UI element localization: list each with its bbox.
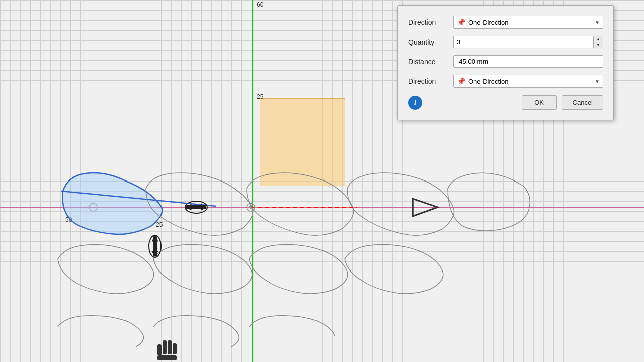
vertical-axis-line [252, 0, 253, 362]
scale-left2-label: 25 [156, 221, 163, 228]
quantity-input[interactable]: 3 [454, 36, 593, 48]
distance-input[interactable]: -45.00 mm [453, 55, 603, 68]
quantity-spin-buttons: ▲ ▼ [593, 36, 603, 48]
scale-mid-label: 25 [257, 93, 263, 100]
direction1-control: 📌 One Direction ▼ [453, 16, 603, 29]
horizontal-axis-line [0, 207, 644, 208]
quantity-control: 3 ▲ ▼ [453, 36, 603, 48]
quantity-label: Quantity [408, 38, 453, 46]
quantity-row: Quantity 3 ▲ ▼ [408, 36, 603, 48]
scale-left-label: 50 [65, 216, 72, 223]
distance-label: Distance [408, 58, 453, 66]
direction2-control: 📌 One Direction ▼ [453, 75, 603, 88]
direction1-dropdown[interactable]: 📌 One Direction ▼ [453, 16, 603, 29]
scale-top-label: 60 [257, 1, 263, 8]
info-button[interactable]: i [408, 96, 422, 110]
distance-control: -45.00 mm [453, 55, 603, 68]
quantity-spinner: 3 ▲ ▼ [453, 36, 603, 48]
orange-highlight-rect [260, 98, 345, 186]
dialog-buttons-row: i OK Cancel [408, 95, 603, 110]
cancel-button[interactable]: Cancel [562, 95, 603, 110]
quantity-down-button[interactable]: ▼ [594, 42, 603, 48]
direction2-label: Direction [408, 77, 453, 85]
direction2-arrow-icon: ▼ [595, 79, 600, 84]
direction2-icon: 📌 [457, 77, 465, 85]
direction1-row: Direction 📌 One Direction ▼ [408, 16, 603, 29]
direction1-arrow-icon: ▼ [595, 20, 600, 25]
direction2-row: Direction 📌 One Direction ▼ [408, 75, 603, 88]
ok-button[interactable]: OK [522, 95, 557, 110]
direction1-label: Direction [408, 18, 453, 26]
quantity-up-button[interactable]: ▲ [594, 36, 603, 42]
direction1-value: One Direction [468, 19, 595, 26]
direction1-icon: 📌 [457, 18, 465, 26]
distance-row: Distance -45.00 mm [408, 55, 603, 68]
direction2-value: One Direction [468, 78, 595, 85]
linear-pattern-dialog: Direction 📌 One Direction ▼ Quantity 3 ▲… [397, 5, 614, 120]
direction2-dropdown[interactable]: 📌 One Direction ▼ [453, 75, 603, 88]
